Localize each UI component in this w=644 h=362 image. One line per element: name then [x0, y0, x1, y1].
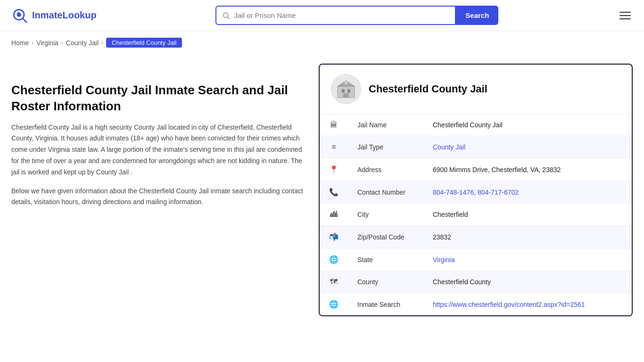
- label-inmate-search: Inmate Search: [348, 293, 423, 316]
- breadcrumb-current: Chesterfield County Jail: [106, 38, 182, 48]
- breadcrumb: Home › Virginia › County Jail › Chesterf…: [0, 31, 644, 54]
- value-zip/postal-code: 23832: [423, 226, 632, 248]
- info-card: Chesterfield County Jail 🏛Jail NameChest…: [319, 64, 633, 316]
- link-inmate-search[interactable]: https://www.chesterfield.gov/content2.as…: [433, 301, 585, 308]
- logo-text: InmateLookup: [32, 10, 97, 21]
- table-row: 🌐Inmate Searchhttps://www.chesterfield.g…: [320, 293, 632, 316]
- page-title: Chesterfield County Jail Inmate Search a…: [11, 82, 304, 115]
- hamburger-line-3: [619, 18, 631, 19]
- hamburger-line-2: [619, 15, 631, 16]
- link-contact-number[interactable]: 804-748-1476, 804-717-6702: [433, 189, 519, 196]
- svg-point-3: [223, 13, 228, 17]
- menu-button[interactable]: [618, 10, 633, 21]
- value-inmate-search[interactable]: https://www.chesterfield.gov/content2.as…: [423, 293, 632, 316]
- svg-rect-7: [347, 89, 350, 93]
- chevron-icon-2: ›: [61, 40, 63, 46]
- icon-search-link: 🌐: [320, 293, 348, 316]
- icon-pin: 📍: [320, 158, 348, 181]
- value-jail-type[interactable]: County Jail: [423, 136, 632, 158]
- svg-line-4: [228, 17, 230, 19]
- page-description-1: Chesterfield County Jail is a high secur…: [11, 122, 304, 178]
- logo-link[interactable]: InmateLookup: [11, 7, 97, 24]
- search-button[interactable]: Search: [456, 6, 498, 25]
- label-address: Address: [348, 158, 423, 181]
- jail-building-icon: [335, 78, 357, 100]
- value-county: Chesterfield County: [423, 271, 632, 293]
- label-city: City: [348, 204, 423, 226]
- search-input[interactable]: [234, 7, 449, 24]
- breadcrumb-virginia[interactable]: Virginia: [36, 39, 58, 47]
- breadcrumb-home[interactable]: Home: [11, 39, 29, 47]
- icon-phone: 📞: [320, 181, 348, 204]
- svg-rect-10: [345, 82, 347, 84]
- icon-county: 🗺: [320, 271, 348, 293]
- label-zip/postal-code: Zip/Postal Code: [348, 226, 423, 248]
- value-jail-name: Chesterfield County Jail: [423, 114, 632, 136]
- chevron-icon-1: ›: [32, 40, 33, 46]
- link-state[interactable]: Virginia: [433, 256, 454, 263]
- logo-icon: [11, 7, 28, 24]
- main-content: Chesterfield County Jail Inmate Search a…: [0, 54, 644, 326]
- icon-globe: 🌐: [320, 248, 348, 271]
- info-card-header: Chesterfield County Jail: [320, 65, 632, 114]
- label-contact-number: Contact Number: [348, 181, 423, 204]
- value-address: 6900 Mimms Drive, Chesterfield, VA, 2383…: [423, 158, 632, 181]
- icon-mail: 📬: [320, 226, 348, 248]
- icon-list: ≡: [320, 136, 348, 158]
- chevron-icon-3: ›: [101, 40, 103, 46]
- hamburger-line-1: [619, 12, 631, 13]
- label-county: County: [348, 271, 423, 293]
- table-row: 📬Zip/Postal Code23832: [320, 226, 632, 248]
- label-jail-name: Jail Name: [348, 114, 423, 136]
- label-jail-type: Jail Type: [348, 136, 423, 158]
- icon-building: 🏛: [320, 114, 348, 136]
- page-description-2: Below we have given information about th…: [11, 186, 304, 208]
- breadcrumb-county-jail[interactable]: County Jail: [66, 39, 99, 47]
- search-icon: [222, 11, 230, 20]
- table-row: 🗺CountyChesterfield County: [320, 271, 632, 293]
- value-contact-number[interactable]: 804-748-1476, 804-717-6702: [423, 181, 632, 204]
- svg-line-2: [23, 18, 26, 22]
- link-jail-type[interactable]: County Jail: [433, 143, 465, 151]
- value-city: Chesterfield: [423, 204, 632, 226]
- table-row: ≡Jail TypeCounty Jail: [320, 136, 632, 158]
- icon-city: 🏙: [320, 204, 348, 226]
- table-row: 📞Contact Number804-748-1476, 804-717-670…: [320, 181, 632, 204]
- search-wrapper: [215, 6, 456, 25]
- label-state: State: [348, 248, 423, 271]
- table-row: 🏙CityChesterfield: [320, 204, 632, 226]
- jail-avatar: [331, 74, 361, 104]
- table-row: 📍Address6900 Mimms Drive, Chesterfield, …: [320, 158, 632, 181]
- left-panel: Chesterfield County Jail Inmate Search a…: [11, 64, 304, 316]
- info-table: 🏛Jail NameChesterfield County Jail≡Jail …: [320, 114, 632, 315]
- header: InmateLookup Search: [0, 0, 644, 31]
- value-state[interactable]: Virginia: [423, 248, 632, 271]
- svg-rect-8: [343, 93, 349, 98]
- table-row: 🏛Jail NameChesterfield County Jail: [320, 114, 632, 136]
- search-area: Search: [215, 6, 498, 25]
- jail-card-name: Chesterfield County Jail: [369, 83, 487, 95]
- table-row: 🌐StateVirginia: [320, 248, 632, 271]
- svg-rect-6: [342, 89, 345, 93]
- right-panel: Chesterfield County Jail 🏛Jail NameChest…: [319, 64, 633, 316]
